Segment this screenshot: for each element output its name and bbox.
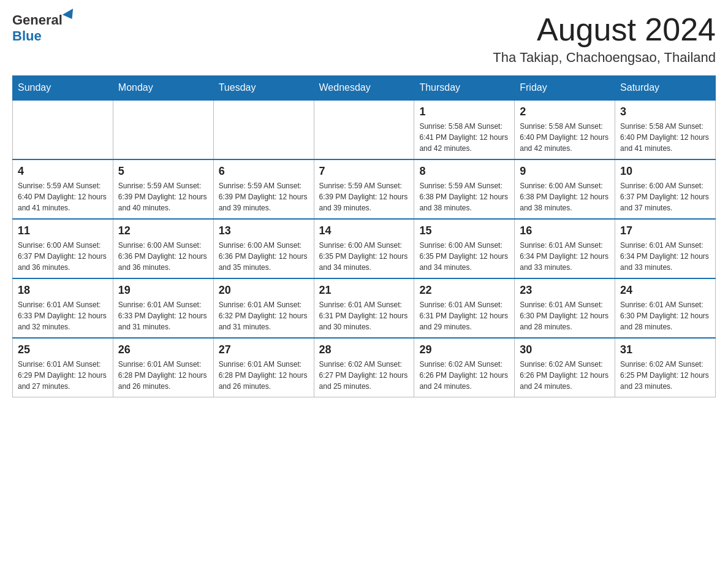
calendar-cell: 10Sunrise: 6:00 AM Sunset: 6:37 PM Dayli… [615, 159, 716, 219]
subtitle: Tha Takiap, Chachoengsao, Thailand [493, 50, 716, 66]
week-row-1: 1Sunrise: 5:58 AM Sunset: 6:41 PM Daylig… [13, 100, 716, 159]
day-info: Sunrise: 5:58 AM Sunset: 6:40 PM Dayligh… [620, 121, 710, 154]
day-info: Sunrise: 6:01 AM Sunset: 6:28 PM Dayligh… [118, 359, 208, 392]
day-info: Sunrise: 5:58 AM Sunset: 6:40 PM Dayligh… [520, 121, 610, 154]
calendar-cell: 1Sunrise: 5:58 AM Sunset: 6:41 PM Daylig… [414, 100, 515, 159]
day-number: 25 [18, 343, 108, 356]
day-info: Sunrise: 6:01 AM Sunset: 6:34 PM Dayligh… [620, 240, 710, 273]
day-info: Sunrise: 6:01 AM Sunset: 6:33 PM Dayligh… [118, 299, 208, 332]
calendar-cell: 21Sunrise: 6:01 AM Sunset: 6:31 PM Dayli… [314, 278, 414, 338]
calendar-cell: 22Sunrise: 6:01 AM Sunset: 6:31 PM Dayli… [414, 278, 515, 338]
calendar-cell: 7Sunrise: 5:59 AM Sunset: 6:39 PM Daylig… [314, 159, 414, 219]
calendar-cell: 12Sunrise: 6:00 AM Sunset: 6:36 PM Dayli… [113, 219, 213, 278]
day-number: 16 [520, 224, 610, 237]
calendar-cell: 19Sunrise: 6:01 AM Sunset: 6:33 PM Dayli… [113, 278, 213, 338]
day-info: Sunrise: 5:59 AM Sunset: 6:39 PM Dayligh… [118, 180, 208, 213]
day-info: Sunrise: 6:02 AM Sunset: 6:25 PM Dayligh… [620, 359, 710, 392]
calendar-header-monday: Monday [113, 76, 213, 101]
day-info: Sunrise: 5:59 AM Sunset: 6:39 PM Dayligh… [219, 180, 309, 213]
week-row-2: 4Sunrise: 5:59 AM Sunset: 6:40 PM Daylig… [13, 159, 716, 219]
calendar-cell: 26Sunrise: 6:01 AM Sunset: 6:28 PM Dayli… [113, 338, 213, 397]
calendar-cell: 24Sunrise: 6:01 AM Sunset: 6:30 PM Dayli… [615, 278, 716, 338]
day-number: 13 [219, 224, 309, 237]
day-number: 1 [419, 105, 509, 118]
day-number: 6 [219, 165, 309, 178]
day-info: Sunrise: 6:02 AM Sunset: 6:27 PM Dayligh… [319, 359, 409, 392]
day-info: Sunrise: 5:59 AM Sunset: 6:40 PM Dayligh… [18, 180, 108, 213]
day-number: 27 [219, 343, 309, 356]
day-info: Sunrise: 6:01 AM Sunset: 6:32 PM Dayligh… [219, 299, 309, 332]
day-info: Sunrise: 6:01 AM Sunset: 6:29 PM Dayligh… [18, 359, 108, 392]
day-number: 17 [620, 224, 710, 237]
calendar-cell: 28Sunrise: 6:02 AM Sunset: 6:27 PM Dayli… [314, 338, 414, 397]
day-number: 24 [620, 284, 710, 297]
calendar-header-tuesday: Tuesday [213, 76, 314, 101]
day-info: Sunrise: 5:59 AM Sunset: 6:38 PM Dayligh… [419, 180, 509, 213]
calendar-cell: 4Sunrise: 5:59 AM Sunset: 6:40 PM Daylig… [13, 159, 113, 219]
day-number: 29 [419, 343, 509, 356]
day-number: 18 [18, 284, 108, 297]
week-row-4: 18Sunrise: 6:01 AM Sunset: 6:33 PM Dayli… [13, 278, 716, 338]
logo: General Blue [12, 12, 76, 44]
calendar-cell: 5Sunrise: 5:59 AM Sunset: 6:39 PM Daylig… [113, 159, 213, 219]
day-number: 12 [118, 224, 208, 237]
day-number: 9 [520, 165, 610, 178]
day-number: 3 [620, 105, 710, 118]
day-number: 10 [620, 165, 710, 178]
day-number: 22 [419, 284, 509, 297]
calendar-cell: 11Sunrise: 6:00 AM Sunset: 6:37 PM Dayli… [13, 219, 113, 278]
day-number: 8 [419, 165, 509, 178]
day-number: 23 [520, 284, 610, 297]
calendar-cell: 18Sunrise: 6:01 AM Sunset: 6:33 PM Dayli… [13, 278, 113, 338]
day-number: 15 [419, 224, 509, 237]
title-block: August 2024 Tha Takiap, Chachoengsao, Th… [493, 12, 716, 66]
calendar-cell: 20Sunrise: 6:01 AM Sunset: 6:32 PM Dayli… [213, 278, 314, 338]
logo-general: General [12, 12, 63, 28]
day-number: 5 [118, 165, 208, 178]
calendar-cell [213, 100, 314, 159]
calendar-header-saturday: Saturday [615, 76, 716, 101]
day-info: Sunrise: 6:00 AM Sunset: 6:36 PM Dayligh… [219, 240, 309, 273]
calendar-cell: 27Sunrise: 6:01 AM Sunset: 6:28 PM Dayli… [213, 338, 314, 397]
day-number: 14 [319, 224, 409, 237]
calendar-cell: 9Sunrise: 6:00 AM Sunset: 6:38 PM Daylig… [515, 159, 615, 219]
day-info: Sunrise: 6:00 AM Sunset: 6:37 PM Dayligh… [18, 240, 108, 273]
calendar-cell: 14Sunrise: 6:00 AM Sunset: 6:35 PM Dayli… [314, 219, 414, 278]
day-info: Sunrise: 6:00 AM Sunset: 6:38 PM Dayligh… [520, 180, 610, 213]
day-info: Sunrise: 6:01 AM Sunset: 6:30 PM Dayligh… [520, 299, 610, 332]
day-info: Sunrise: 5:59 AM Sunset: 6:39 PM Dayligh… [319, 180, 409, 213]
day-info: Sunrise: 6:01 AM Sunset: 6:31 PM Dayligh… [419, 299, 509, 332]
day-number: 21 [319, 284, 409, 297]
calendar-cell: 29Sunrise: 6:02 AM Sunset: 6:26 PM Dayli… [414, 338, 515, 397]
calendar-header-row: SundayMondayTuesdayWednesdayThursdayFrid… [13, 76, 716, 101]
day-info: Sunrise: 6:02 AM Sunset: 6:26 PM Dayligh… [419, 359, 509, 392]
calendar-cell: 8Sunrise: 5:59 AM Sunset: 6:38 PM Daylig… [414, 159, 515, 219]
calendar-cell: 25Sunrise: 6:01 AM Sunset: 6:29 PM Dayli… [13, 338, 113, 397]
calendar-cell: 13Sunrise: 6:00 AM Sunset: 6:36 PM Dayli… [213, 219, 314, 278]
day-info: Sunrise: 6:01 AM Sunset: 6:34 PM Dayligh… [520, 240, 610, 273]
week-row-5: 25Sunrise: 6:01 AM Sunset: 6:29 PM Dayli… [13, 338, 716, 397]
day-number: 11 [18, 224, 108, 237]
day-info: Sunrise: 6:01 AM Sunset: 6:33 PM Dayligh… [18, 299, 108, 332]
day-number: 26 [118, 343, 208, 356]
day-number: 7 [319, 165, 409, 178]
calendar-cell: 17Sunrise: 6:01 AM Sunset: 6:34 PM Dayli… [615, 219, 716, 278]
day-number: 19 [118, 284, 208, 297]
day-info: Sunrise: 6:00 AM Sunset: 6:35 PM Dayligh… [419, 240, 509, 273]
calendar-cell: 15Sunrise: 6:00 AM Sunset: 6:35 PM Dayli… [414, 219, 515, 278]
day-number: 30 [520, 343, 610, 356]
day-info: Sunrise: 6:00 AM Sunset: 6:36 PM Dayligh… [118, 240, 208, 273]
day-number: 28 [319, 343, 409, 356]
day-number: 2 [520, 105, 610, 118]
logo-blue: Blue [12, 28, 42, 44]
calendar-cell: 6Sunrise: 5:59 AM Sunset: 6:39 PM Daylig… [213, 159, 314, 219]
calendar-cell: 31Sunrise: 6:02 AM Sunset: 6:25 PM Dayli… [615, 338, 716, 397]
calendar-table: SundayMondayTuesdayWednesdayThursdayFrid… [12, 75, 716, 397]
calendar-cell [314, 100, 414, 159]
day-info: Sunrise: 6:02 AM Sunset: 6:26 PM Dayligh… [520, 359, 610, 392]
week-row-3: 11Sunrise: 6:00 AM Sunset: 6:37 PM Dayli… [13, 219, 716, 278]
day-number: 20 [219, 284, 309, 297]
day-info: Sunrise: 6:01 AM Sunset: 6:30 PM Dayligh… [620, 299, 710, 332]
calendar-header-thursday: Thursday [414, 76, 515, 101]
calendar-cell: 3Sunrise: 5:58 AM Sunset: 6:40 PM Daylig… [615, 100, 716, 159]
